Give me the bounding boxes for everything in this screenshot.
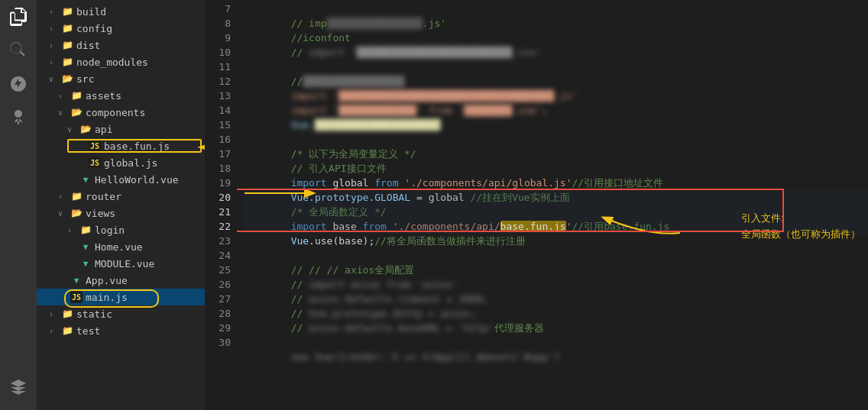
sidebar-item-login[interactable]: › 📁 login <box>37 221 205 238</box>
code-line-18: import global from './components/api/glo… <box>243 161 868 176</box>
code-line-15 <box>243 118 868 132</box>
code-line-25: // import axios from 'axios' <box>243 263 868 277</box>
folder-icon: 📁 <box>61 22 73 34</box>
vue-icon: ▼ <box>79 241 92 253</box>
sidebar-item-label: App.vue <box>86 275 205 286</box>
js-icon: JS <box>89 157 101 169</box>
sidebar-item-label: static <box>76 308 205 320</box>
sidebar-item-main-js[interactable]: JS main.js <box>37 289 205 305</box>
arrow-icon: ∨ <box>49 75 61 83</box>
folder-icon: 📁 <box>61 39 73 51</box>
code-area: // imp████████████████.js' //iconfont //… <box>237 0 868 410</box>
js-icon: JS <box>70 291 83 303</box>
sidebar-item-home-vue[interactable]: ▼ Home.vue <box>37 238 205 255</box>
arrow-icon: › <box>49 8 61 16</box>
sidebar-item-global-js[interactable]: JS global.js <box>37 154 205 171</box>
sidebar-item-config[interactable]: › 📁 config <box>37 20 205 37</box>
code-line-30: new Vue({render: h => h(App)}).$mount('#… <box>243 335 868 350</box>
sidebar-item-views[interactable]: ∨ 📂 views <box>37 205 205 221</box>
sidebar-item-label: Home.vue <box>95 241 205 253</box>
sidebar-item-helloworld-vue[interactable]: ▼ HelloWorld.vue <box>37 171 205 188</box>
activity-bar <box>0 0 37 410</box>
annotation-line1: 引入文件: <box>741 211 860 227</box>
sidebar-item-label: base.fun.js <box>104 140 194 152</box>
sidebar-item-label: api <box>95 124 205 135</box>
arrow-icon: › <box>49 58 61 66</box>
folder-icon: 📁 <box>61 324 73 337</box>
editor: 7 8 9 10 11 12 13 14 15 16 17 18 19 20 2… <box>205 0 868 410</box>
code-line-11: //█████████████████ <box>243 60 868 74</box>
folder-icon: 📂 <box>61 73 73 85</box>
sidebar-item-module-vue[interactable]: ▼ MODULE.vue <box>37 255 205 272</box>
code-line-10 <box>243 45 868 60</box>
arrow-icon: › <box>58 192 70 201</box>
sidebar-item-label: config <box>76 23 205 34</box>
folder-icon: 📁 <box>61 308 73 320</box>
annotation-box: 引入文件: 全局函数（也可称为插件） <box>741 211 860 243</box>
arrow-icon: ∨ <box>58 108 70 117</box>
sidebar-item-label: build <box>76 6 205 18</box>
sidebar-item-base-fun-js[interactable]: JS base.fun.js ◄ <box>37 137 205 154</box>
sidebar: › 📁 build › 📁 config › 📁 dist › 📁 node_m… <box>37 0 205 410</box>
code-line-12: import '████████████████████████████████… <box>243 74 868 89</box>
folder-icon: 📂 <box>70 106 83 118</box>
sidebar-item-label: node_modules <box>76 56 205 68</box>
sidebar-item-label: router <box>86 191 205 202</box>
sidebar-item-label: assets <box>86 90 205 102</box>
debug-icon[interactable] <box>8 107 29 128</box>
arrow-icon: › <box>49 327 61 335</box>
arrow-icon: ∨ <box>58 209 70 218</box>
sidebar-item-static[interactable]: › 📁 static <box>37 305 205 322</box>
sidebar-item-label: dist <box>76 40 205 51</box>
sidebar-item-label: views <box>86 208 205 219</box>
code-line-27: // Vue.prototype.$http = axios; <box>243 292 868 306</box>
sidebar-item-dist[interactable]: › 📁 dist <box>37 37 205 53</box>
code-line-20: /* 全局函数定义 */ <box>243 190 868 205</box>
code-line-28: // axios.defaults.baseURL = 'http'代理服务器 <box>243 306 868 321</box>
folder-icon: 📁 <box>61 5 73 18</box>
search-icon[interactable] <box>8 40 29 61</box>
arrow-icon: › <box>67 226 79 234</box>
arrow-icon: › <box>58 92 70 100</box>
code-line-16: /* 以下为全局变量定义 */ <box>243 132 868 147</box>
code-line-7: // imp████████████████.js' <box>243 2 868 16</box>
code-line-19: Vue.prototype.GLOBAL = global //挂在到Vue实例… <box>243 176 868 190</box>
vue-icon: ▼ <box>70 274 83 286</box>
folder-icon: 📁 <box>61 56 73 68</box>
sidebar-item-build[interactable]: › 📁 build <box>37 3 205 20</box>
sidebar-item-label: src <box>76 73 205 85</box>
sidebar-item-api[interactable]: ∨ 📂 api <box>37 121 205 137</box>
folder-icon: 📁 <box>70 190 83 202</box>
code-line-8: //iconfont <box>243 16 868 31</box>
folder-icon: 📂 <box>70 207 83 219</box>
editor-content: 7 8 9 10 11 12 13 14 15 16 17 18 19 20 2… <box>205 0 868 410</box>
arrow-icon: ∨ <box>67 125 79 134</box>
sidebar-item-label: HelloWorld.vue <box>95 174 205 186</box>
code-line-9: // import '██████████████████████████.cs… <box>243 31 868 45</box>
vue-icon: ▼ <box>79 257 92 270</box>
js-icon: JS <box>89 140 101 152</box>
sidebar-item-app-vue[interactable]: ▼ App.vue <box>37 272 205 289</box>
code-line-26: // axios.defaults.timeout = 1000; <box>243 277 868 292</box>
highlight-arrow: ◄ <box>197 139 205 153</box>
sidebar-item-components[interactable]: ∨ 📂 components <box>37 104 205 121</box>
sidebar-item-src[interactable]: ∨ 📂 src <box>37 70 205 87</box>
code-line-14: Vue.█████████████████████ <box>243 103 868 118</box>
sidebar-item-router[interactable]: › 📁 router <box>37 188 205 205</box>
folder-icon: 📁 <box>79 224 92 236</box>
sidebar-item-label: test <box>76 325 205 337</box>
arrow-icon: › <box>49 24 61 33</box>
sidebar-item-node-modules[interactable]: › 📁 node_modules <box>37 53 205 70</box>
extensions-icon[interactable] <box>8 376 29 398</box>
sidebar-item-label: main.js <box>86 292 205 303</box>
code-line-13: import '█████████████' from '████████.vu… <box>243 89 868 103</box>
folder-icon: 📁 <box>70 89 83 102</box>
line-numbers: 7 8 9 10 11 12 13 14 15 16 17 18 19 20 2… <box>205 0 237 410</box>
sidebar-item-test[interactable]: › 📁 test <box>37 322 205 339</box>
vue-icon: ▼ <box>79 173 92 186</box>
code-line-29 <box>243 321 868 335</box>
explorer-icon[interactable] <box>8 6 29 27</box>
git-icon[interactable] <box>8 73 29 95</box>
sidebar-item-assets[interactable]: › 📁 assets <box>37 87 205 104</box>
arrow-icon: › <box>49 310 61 318</box>
